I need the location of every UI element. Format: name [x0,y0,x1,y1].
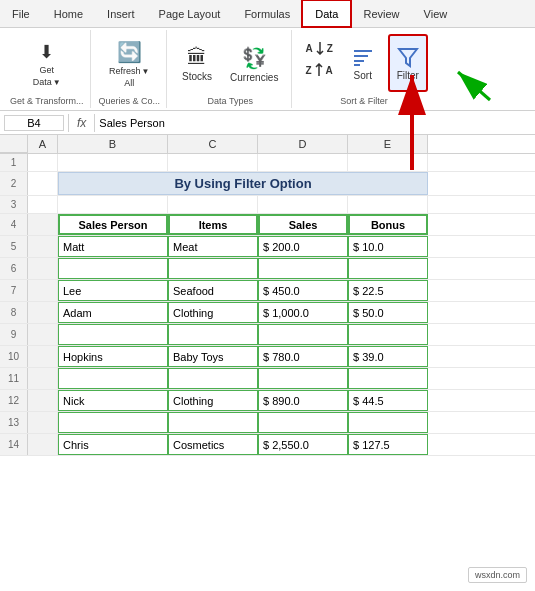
cell-e3[interactable] [348,196,428,214]
row-9: 9 [0,324,535,346]
cell-e8[interactable]: $ 50.0 [348,302,428,323]
cell-c8[interactable]: Clothing [168,302,258,323]
cell-e5[interactable]: $ 10.0 [348,236,428,257]
col-header-e[interactable]: E [348,135,428,153]
filter-button[interactable]: Filter [388,34,428,92]
cell-d12[interactable]: $ 890.0 [258,390,348,411]
cell-b7[interactable]: Lee [58,280,168,301]
tab-view[interactable]: View [412,0,460,27]
cell-c9[interactable] [168,324,258,345]
cell-e6[interactable] [348,258,428,279]
row-1: 1 [0,154,535,172]
get-transform-label: Get & Transform... [10,96,84,106]
cell-a9[interactable] [28,324,58,345]
cell-d14[interactable]: $ 2,550.0 [258,434,348,455]
col-header-d[interactable]: D [258,135,348,153]
cell-e10[interactable]: $ 39.0 [348,346,428,367]
cell-d8[interactable]: $ 1,000.0 [258,302,348,323]
cell-a7[interactable] [28,280,58,301]
cell-c3[interactable] [168,196,258,214]
fx-label: fx [73,116,90,130]
cell-e1[interactable] [348,154,428,172]
cell-d9[interactable] [258,324,348,345]
cell-b4-header[interactable]: Sales Person [58,214,168,235]
cell-a13[interactable] [28,412,58,433]
cell-d7[interactable]: $ 450.0 [258,280,348,301]
col-header-b[interactable]: B [58,135,168,153]
cell-b9[interactable] [58,324,168,345]
cell-b8[interactable]: Adam [58,302,168,323]
tab-home[interactable]: Home [42,0,95,27]
row-num-7: 7 [0,280,28,301]
cell-a11[interactable] [28,368,58,389]
cell-c1[interactable] [168,154,258,172]
cell-b3[interactable] [58,196,168,214]
cell-b14[interactable]: Chris [58,434,168,455]
cell-c7[interactable]: Seafood [168,280,258,301]
cell-e9[interactable] [348,324,428,345]
cell-a10[interactable] [28,346,58,367]
sort-az-button[interactable]: A Z [300,38,337,58]
cell-d5[interactable]: $ 200.0 [258,236,348,257]
tab-review[interactable]: Review [351,0,411,27]
cell-e13[interactable] [348,412,428,433]
sort-za-button[interactable]: Z A [300,60,337,80]
cell-c5[interactable]: Meat [168,236,258,257]
cell-c6[interactable] [168,258,258,279]
row-num-3: 3 [0,196,28,213]
cell-a4[interactable] [28,214,58,235]
cell-c12[interactable]: Clothing [168,390,258,411]
cell-c10[interactable]: Baby Toys [168,346,258,367]
cell-d1[interactable] [258,154,348,172]
cell-e4-header[interactable]: Bonus [348,214,428,235]
tab-page-layout[interactable]: Page Layout [147,0,233,27]
col-header-a[interactable]: A [28,135,58,153]
corner-cell [0,135,28,153]
cell-c14[interactable]: Cosmetics [168,434,258,455]
cell-a6[interactable] [28,258,58,279]
cell-d10[interactable]: $ 780.0 [258,346,348,367]
sort-icon [352,46,374,68]
tab-data[interactable]: Data [302,0,351,27]
cell-b10[interactable]: Hopkins [58,346,168,367]
stocks-button[interactable]: 🏛 Stocks [175,35,219,93]
get-data-button[interactable]: ⬇ Get Data ▼ [26,35,68,93]
cell-e12[interactable]: $ 44.5 [348,390,428,411]
row-6: 6 [0,258,535,280]
cell-b13[interactable] [58,412,168,433]
cell-d4-header[interactable]: Sales [258,214,348,235]
formula-input[interactable] [99,117,531,129]
cell-b6[interactable] [58,258,168,279]
cell-a2[interactable] [28,172,58,195]
cell-b12[interactable]: Nick [58,390,168,411]
currencies-button[interactable]: 💱 Currencies [223,35,285,93]
sort-button[interactable]: Sort [344,34,382,92]
formula-divider [68,114,69,132]
cell-b5[interactable]: Matt [58,236,168,257]
cell-a14[interactable] [28,434,58,455]
tab-formulas[interactable]: Formulas [232,0,302,27]
cell-a5[interactable] [28,236,58,257]
cell-b11[interactable] [58,368,168,389]
cell-e11[interactable] [348,368,428,389]
cell-d6[interactable] [258,258,348,279]
refresh-all-button[interactable]: 🔄 Refresh ▼ All [102,35,156,93]
cell-a12[interactable] [28,390,58,411]
col-header-c[interactable]: C [168,135,258,153]
cell-a1[interactable] [28,154,58,172]
cell-d11[interactable] [258,368,348,389]
cell-b1[interactable] [58,154,168,172]
tab-file[interactable]: File [0,0,42,27]
cell-c4-header[interactable]: Items [168,214,258,235]
cell-e7[interactable]: $ 22.5 [348,280,428,301]
cell-reference[interactable] [4,115,64,131]
cell-d3[interactable] [258,196,348,214]
tab-insert[interactable]: Insert [95,0,147,27]
cell-c11[interactable] [168,368,258,389]
cell-b2-title[interactable]: By Using Filter Option [58,172,428,195]
cell-c13[interactable] [168,412,258,433]
cell-e14[interactable]: $ 127.5 [348,434,428,455]
cell-d13[interactable] [258,412,348,433]
cell-a3[interactable] [28,196,58,214]
cell-a8[interactable] [28,302,58,323]
